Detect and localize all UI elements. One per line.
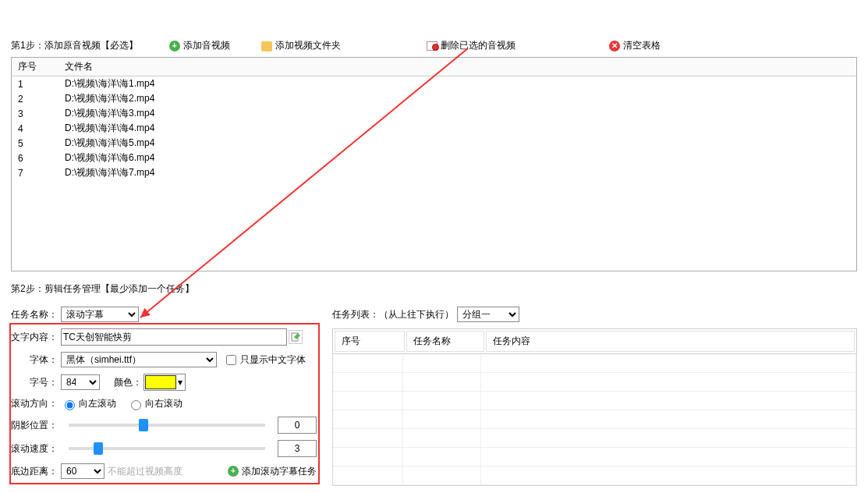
margin-select[interactable]: 60 <box>61 463 105 479</box>
col-num-header[interactable]: 序号 <box>12 58 58 76</box>
add-folder-button[interactable]: 添加视频文件夹 <box>261 39 341 52</box>
slider-thumb[interactable] <box>94 442 103 455</box>
shadow-value: 0 <box>278 417 317 434</box>
close-icon: ✕ <box>609 41 620 51</box>
task-col-content[interactable]: 任务内容 <box>486 331 855 352</box>
task-table-body[interactable] <box>332 354 857 486</box>
file-table-header: 序号 文件名 <box>11 57 857 76</box>
delete-selected-label: 删除已选的音视频 <box>441 39 515 52</box>
font-select[interactable]: 黑体（simhei.ttf） <box>61 352 217 367</box>
clear-table-label: 清空表格 <box>623 39 661 52</box>
scroll-right-radio[interactable]: 向右滚动 <box>127 397 182 410</box>
task-col-name[interactable]: 任务名称 <box>406 331 484 352</box>
col-filename-header[interactable]: 文件名 <box>58 58 857 76</box>
only-cn-checkbox[interactable]: 只显示中文字体 <box>223 353 306 367</box>
dropdown-icon: ▾ <box>178 377 182 388</box>
add-av-label: 添加音视频 <box>183 39 230 52</box>
color-label: 颜色： <box>114 376 142 389</box>
delete-icon <box>427 41 438 51</box>
add-av-button[interactable]: + 添加音视频 <box>169 39 230 52</box>
scroll-right-label: 向右滚动 <box>145 397 182 410</box>
shadow-label: 阴影位置： <box>11 419 58 432</box>
task-name-select[interactable]: 滚动字幕 <box>61 307 139 322</box>
margin-label: 底边距离： <box>11 465 58 478</box>
add-folder-label: 添加视频文件夹 <box>275 39 341 52</box>
shadow-slider[interactable] <box>69 424 265 427</box>
step1-title: 第1步：添加原音视频【必选】 <box>11 39 138 52</box>
table-row[interactable]: 3D:\视频\海洋\海3.mp4 <box>12 106 856 121</box>
scroll-left-radio[interactable]: 向左滚动 <box>61 397 116 410</box>
table-row[interactable]: 5D:\视频\海洋\海5.mp4 <box>12 136 856 151</box>
size-select[interactable]: 84 <box>61 374 100 390</box>
table-row[interactable]: 2D:\视频\海洋\海2.mp4 <box>12 91 856 106</box>
text-content-input[interactable] <box>61 328 287 346</box>
scroll-left-label: 向左滚动 <box>79 397 116 410</box>
speed-label: 滚动速度： <box>11 442 58 456</box>
text-content-label: 文字内容： <box>11 331 58 344</box>
task-col-num[interactable]: 序号 <box>335 331 405 352</box>
table-row[interactable]: 7D:\视频\海洋\海7.mp4 <box>12 165 856 180</box>
direction-label: 滚动方向： <box>11 397 58 410</box>
clear-table-button[interactable]: ✕ 清空表格 <box>609 39 661 52</box>
edit-icon <box>291 332 300 342</box>
task-table: 序号 任务名称 任务内容 <box>332 328 857 354</box>
plus-icon: + <box>228 466 239 477</box>
delete-selected-button[interactable]: 删除已选的音视频 <box>427 39 515 52</box>
font-label: 字体： <box>11 353 58 367</box>
speed-value: 3 <box>278 440 317 457</box>
table-row[interactable]: 1D:\视频\海洋\海1.mp4 <box>12 76 856 91</box>
edit-text-button[interactable] <box>289 330 303 344</box>
step2-title: 第2步：剪辑任务管理【最少添加一个任务】 <box>11 282 857 296</box>
task-list-label: 任务列表：（从上往下执行） <box>332 308 454 321</box>
task-group-select[interactable]: 分组一 <box>457 307 519 322</box>
color-swatch-icon <box>145 375 176 389</box>
only-cn-label: 只显示中文字体 <box>240 353 306 367</box>
size-label: 字号： <box>11 376 58 389</box>
margin-hint: 不能超过视频高度 <box>108 465 182 478</box>
table-row[interactable]: 4D:\视频\海洋\海4.mp4 <box>12 121 856 136</box>
speed-slider[interactable] <box>69 447 265 450</box>
file-table-body[interactable]: 1D:\视频\海洋\海1.mp42D:\视频\海洋\海2.mp43D:\视频\海… <box>11 76 857 271</box>
add-scroll-task-label: 添加滚动字幕任务 <box>242 465 317 478</box>
color-picker[interactable]: ▾ <box>143 374 186 391</box>
task-name-label: 任务名称： <box>11 308 58 321</box>
folder-icon <box>261 41 272 51</box>
plus-icon: + <box>169 41 180 51</box>
add-scroll-task-button[interactable]: + 添加滚动字幕任务 <box>228 465 317 478</box>
table-row[interactable]: 6D:\视频\海洋\海6.mp4 <box>12 151 856 165</box>
slider-thumb[interactable] <box>139 419 148 431</box>
